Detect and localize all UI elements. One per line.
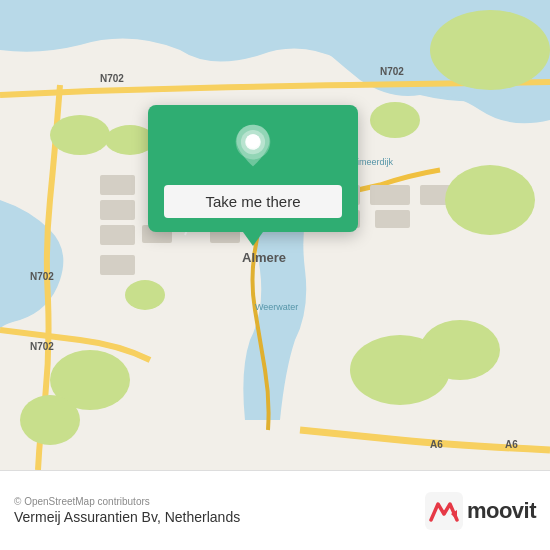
svg-text:Weerwater: Weerwater xyxy=(255,302,298,312)
svg-point-25 xyxy=(20,395,80,445)
popup-card: Take me there xyxy=(148,105,358,232)
svg-point-26 xyxy=(125,280,165,310)
location-name: Vermeij Assurantien Bv, Netherlands xyxy=(14,509,240,525)
copyright-text: © OpenStreetMap contributors xyxy=(14,496,240,507)
svg-text:A6: A6 xyxy=(505,439,518,450)
map-container: N702 N702 N702 N702 A6 A6 xyxy=(0,0,550,470)
bottom-bar: © OpenStreetMap contributors Vermeij Ass… xyxy=(0,470,550,550)
svg-rect-16 xyxy=(375,210,410,228)
svg-text:N702: N702 xyxy=(100,73,124,84)
moovit-brand-icon xyxy=(425,492,463,530)
location-pin-icon xyxy=(227,123,279,175)
bottom-left-info: © OpenStreetMap contributors Vermeij Ass… xyxy=(14,496,240,525)
svg-rect-10 xyxy=(100,255,135,275)
take-me-there-button[interactable]: Take me there xyxy=(164,185,342,218)
svg-rect-7 xyxy=(100,175,135,195)
svg-point-23 xyxy=(420,320,500,380)
svg-rect-9 xyxy=(100,225,135,245)
svg-point-34 xyxy=(246,134,260,148)
svg-rect-15 xyxy=(370,185,410,205)
moovit-logo: moovit xyxy=(425,492,536,530)
svg-point-18 xyxy=(430,10,550,90)
svg-rect-8 xyxy=(100,200,135,220)
moovit-brand-text: moovit xyxy=(467,498,536,524)
svg-text:N702: N702 xyxy=(380,66,404,77)
svg-point-20 xyxy=(50,115,110,155)
map-background: N702 N702 N702 N702 A6 A6 xyxy=(0,0,550,470)
svg-point-27 xyxy=(370,102,420,138)
svg-text:N702: N702 xyxy=(30,341,54,352)
svg-text:N702: N702 xyxy=(30,271,54,282)
svg-text:Almere: Almere xyxy=(242,250,286,265)
svg-text:A6: A6 xyxy=(430,439,443,450)
svg-point-19 xyxy=(445,165,535,235)
